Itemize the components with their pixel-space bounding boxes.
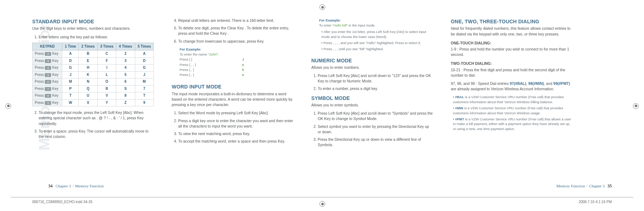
subtext: Ideal for frequently dialed numbers, thi…	[451, 26, 572, 37]
step: Repeat until letters are entered. There …	[178, 18, 293, 23]
step: To change the input mode, press the Left…	[39, 110, 154, 126]
column-4: ONE, TWO, THREE-TOUCH DIALING Ideal for …	[451, 18, 572, 151]
cell: D	[135, 57, 153, 64]
cell: X	[79, 99, 97, 106]
heading-word-input: WORD INPUT MODE	[172, 83, 293, 90]
cell: K	[79, 71, 97, 78]
cell: P	[62, 85, 79, 92]
cell: E	[79, 57, 97, 64]
step: Select the Word mode by pressing Left So…	[178, 110, 293, 116]
cell: U	[79, 92, 97, 100]
subtext: Use the digit keys to enter letters, num…	[32, 26, 154, 31]
step: To delete one digit, press the Clear Key…	[178, 25, 293, 36]
heading-numeric: NUMERIC MODE	[311, 57, 433, 64]
row-label: Press 9 Key	[33, 99, 62, 106]
cell: G	[135, 64, 153, 72]
th: 2 Times	[79, 43, 97, 51]
subtext: Allows you to enter symbols.	[311, 102, 433, 108]
footnotes: #BAL is a VZW Customer Service VRU numbe…	[451, 95, 572, 131]
subtext: Allows you to enter numbers.	[311, 65, 433, 70]
line: 10-21 : Press the first digit and press …	[451, 67, 572, 78]
column-3: For Example: To enter "Hello bill" in th…	[311, 18, 433, 151]
th: 3 Times	[97, 43, 116, 51]
cell: Z	[116, 99, 135, 106]
cell: 7	[135, 85, 153, 92]
example-title: For Example:	[319, 18, 341, 22]
cell: N	[79, 78, 97, 86]
cell: 5	[116, 71, 135, 78]
line: 1-9 : Press and hold the number you wish…	[451, 47, 572, 57]
step: Enter letters using the key pad as follo…	[39, 34, 154, 40]
example-sub: To enter "Hello bill" in the input mode.	[319, 23, 376, 27]
row-label: Press 8 Key	[33, 92, 62, 100]
cell: H	[79, 64, 97, 72]
cell: O	[97, 78, 116, 86]
row-label: Press 3 Key	[33, 57, 62, 64]
cell: B	[79, 51, 97, 58]
page-footer-left: 34 Chapter 3 − Memory Function	[48, 183, 104, 189]
steps-list: Press Left Soft Key [Abc] and scroll dow…	[311, 111, 433, 148]
steps-list: Select the Word mode by pressing Left So…	[172, 110, 293, 144]
page-spread: STANDARD INPUT MODE Use the digit keys t…	[0, 0, 644, 165]
step: Select symbol you want to enter by press…	[318, 124, 433, 135]
subtext: The input mode incorporates a built-in-d…	[172, 91, 293, 108]
cell: 3	[116, 57, 135, 64]
cell: 9	[135, 99, 153, 106]
example-block: For Example: To enter "Hello bill" in th…	[319, 18, 433, 52]
row-label: Press 6 Key	[33, 78, 62, 86]
bullet: Press , , , until you see "bill" highlig…	[321, 47, 433, 52]
steps-list: Repeat until letters are entered. There …	[172, 18, 293, 44]
bullet: Press , , , , and you will see "Hello" h…	[321, 40, 433, 45]
row-label: Press 5 Key	[33, 71, 62, 78]
footnote: #PMT is a VZW Customer Service VRU numbe…	[453, 117, 572, 131]
cell: J	[62, 71, 79, 78]
column-1: STANDARD INPUT MODE Use the digit keys t…	[32, 18, 154, 151]
cell: Y	[97, 99, 116, 106]
speed-dial-line: 97, 98, and 99 : Speed Dial entries 97(#…	[451, 81, 572, 92]
cell: D	[62, 57, 79, 64]
bullet: After you enter the 1st letter, press Le…	[321, 29, 433, 40]
cell: 6	[116, 78, 135, 86]
row-label: Press 4 Key	[33, 64, 62, 72]
page-footer-right: Memory Function − Chapter 3 35	[556, 183, 612, 189]
step: To enter a space, press Key. The cursor …	[39, 129, 154, 139]
steps-list: Enter letters using the key pad as follo…	[32, 34, 154, 40]
cell: A	[135, 51, 153, 58]
subheading-two-touch: TWO-TOUCH DIALING:	[451, 61, 572, 66]
print-mark-right: 2008.7.16 4:1:16 PM	[579, 200, 612, 204]
step: Press the Directional Key up or down to …	[318, 137, 433, 148]
heading-symbol: SYMBOL MODE	[311, 95, 433, 102]
cell: L	[97, 71, 116, 78]
step: To enter a number, press a digit key.	[318, 86, 433, 91]
cell: F	[97, 57, 116, 64]
cell: V	[97, 92, 116, 100]
subheading-one-touch: ONE-TOUCH DIALING:	[451, 40, 572, 46]
heading-standard-input: STANDARD INPUT MODE	[32, 18, 154, 25]
example-sub: To enter the name "John":	[180, 52, 219, 56]
step: To view the next matching word, press Ke…	[178, 131, 293, 136]
step: Press Left Soft Key [Abc] and scroll dow…	[318, 111, 433, 121]
th: 5 Times	[135, 43, 153, 51]
footnote: #MIN is a VZW Customer Service VRU numbe…	[453, 106, 572, 116]
row-label: Press 2 Key	[33, 51, 62, 58]
cell: 4	[116, 64, 135, 72]
cell: I	[97, 64, 116, 72]
crop-mark	[319, 201, 325, 207]
cell: R	[97, 85, 116, 92]
footnote: #BAL is a VZW Customer Service VRU numbe…	[453, 95, 572, 105]
cell: C	[97, 51, 116, 58]
cell: T	[62, 92, 79, 100]
cell: J	[135, 71, 153, 78]
step: To accept the matching word, enter a spa…	[178, 139, 293, 144]
row-label: Press 7 Key	[33, 85, 62, 92]
cell: G	[62, 64, 79, 72]
steps-list: Press Left Soft Key [Abc] and scroll dow…	[311, 73, 433, 92]
step: Press a digit key once to enter the char…	[178, 118, 293, 129]
th: 4 Times	[116, 43, 135, 51]
th: KEYPAD	[33, 43, 62, 51]
print-mark-left: 080716_CDM8950_ECHO.indd 34-35	[32, 200, 92, 204]
steps-list: To change the input mode, press the Left…	[32, 110, 154, 139]
keypad-table: KEYPAD 1 Time 2 Times 3 Times 4 Times 5 …	[32, 43, 154, 107]
cell: W	[62, 99, 79, 106]
print-trim-line	[11, 197, 633, 197]
